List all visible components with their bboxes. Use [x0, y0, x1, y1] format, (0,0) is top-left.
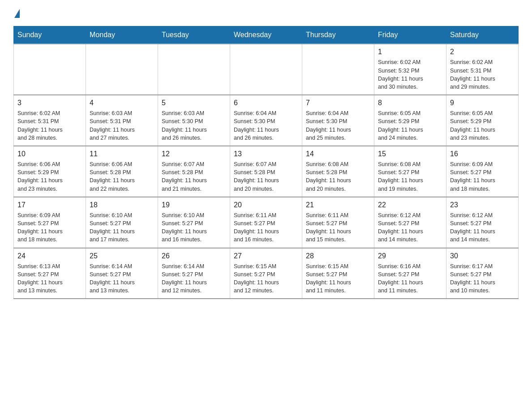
- week-row-2: 3Sunrise: 6:02 AMSunset: 5:31 PMDaylight…: [14, 95, 519, 146]
- weekday-header-row: SundayMondayTuesdayWednesdayThursdayFrid…: [14, 26, 519, 44]
- day-number: 6: [234, 98, 298, 108]
- calendar-cell: 24Sunrise: 6:13 AMSunset: 5:27 PMDayligh…: [14, 248, 86, 299]
- day-info: Sunrise: 6:09 AMSunset: 5:27 PMDaylight:…: [17, 211, 82, 244]
- day-info: Sunrise: 6:05 AMSunset: 5:29 PMDaylight:…: [378, 109, 442, 142]
- page-header: [13, 9, 519, 17]
- calendar-cell: [14, 44, 86, 95]
- weekday-header-tuesday: Tuesday: [158, 26, 230, 44]
- calendar-cell: 7Sunrise: 6:04 AMSunset: 5:30 PMDaylight…: [302, 95, 374, 146]
- day-number: 9: [450, 98, 515, 108]
- calendar-cell: 14Sunrise: 6:08 AMSunset: 5:28 PMDayligh…: [302, 146, 374, 197]
- day-number: 22: [378, 200, 442, 210]
- week-row-4: 17Sunrise: 6:09 AMSunset: 5:27 PMDayligh…: [14, 197, 519, 248]
- calendar-cell: 10Sunrise: 6:06 AMSunset: 5:29 PMDayligh…: [14, 146, 86, 197]
- calendar-cell: [302, 44, 374, 95]
- day-number: 29: [378, 251, 442, 261]
- day-number: 16: [450, 149, 515, 159]
- day-info: Sunrise: 6:04 AMSunset: 5:30 PMDaylight:…: [234, 109, 298, 142]
- calendar-cell: 11Sunrise: 6:06 AMSunset: 5:28 PMDayligh…: [86, 146, 158, 197]
- day-info: Sunrise: 6:04 AMSunset: 5:30 PMDaylight:…: [306, 109, 370, 142]
- weekday-header-friday: Friday: [374, 26, 446, 44]
- logo-triangle-icon: [14, 9, 20, 18]
- day-info: Sunrise: 6:15 AMSunset: 5:27 PMDaylight:…: [234, 262, 298, 295]
- day-number: 12: [162, 149, 226, 159]
- calendar-cell: 5Sunrise: 6:03 AMSunset: 5:30 PMDaylight…: [158, 95, 230, 146]
- day-info: Sunrise: 6:12 AMSunset: 5:27 PMDaylight:…: [450, 211, 515, 244]
- day-info: Sunrise: 6:14 AMSunset: 5:27 PMDaylight:…: [162, 262, 226, 295]
- day-number: 11: [90, 149, 154, 159]
- calendar-cell: 15Sunrise: 6:08 AMSunset: 5:27 PMDayligh…: [374, 146, 446, 197]
- day-info: Sunrise: 6:03 AMSunset: 5:30 PMDaylight:…: [162, 109, 226, 142]
- logo: [13, 9, 20, 17]
- calendar-cell: [158, 44, 230, 95]
- day-number: 10: [17, 149, 82, 159]
- day-info: Sunrise: 6:14 AMSunset: 5:27 PMDaylight:…: [90, 262, 154, 295]
- calendar-cell: 4Sunrise: 6:03 AMSunset: 5:31 PMDaylight…: [86, 95, 158, 146]
- day-number: 24: [17, 251, 82, 261]
- calendar-cell: 13Sunrise: 6:07 AMSunset: 5:28 PMDayligh…: [230, 146, 302, 197]
- day-info: Sunrise: 6:07 AMSunset: 5:28 PMDaylight:…: [234, 160, 298, 193]
- day-number: 30: [450, 251, 515, 261]
- day-info: Sunrise: 6:17 AMSunset: 5:27 PMDaylight:…: [450, 262, 515, 295]
- day-number: 4: [90, 98, 154, 108]
- day-info: Sunrise: 6:10 AMSunset: 5:27 PMDaylight:…: [162, 211, 226, 244]
- day-info: Sunrise: 6:08 AMSunset: 5:28 PMDaylight:…: [306, 160, 370, 193]
- day-info: Sunrise: 6:03 AMSunset: 5:31 PMDaylight:…: [90, 109, 154, 142]
- calendar-cell: 3Sunrise: 6:02 AMSunset: 5:31 PMDaylight…: [14, 95, 86, 146]
- calendar-cell: 16Sunrise: 6:09 AMSunset: 5:27 PMDayligh…: [446, 146, 519, 197]
- day-number: 20: [234, 200, 298, 210]
- calendar-cell: 21Sunrise: 6:11 AMSunset: 5:27 PMDayligh…: [302, 197, 374, 248]
- week-row-3: 10Sunrise: 6:06 AMSunset: 5:29 PMDayligh…: [14, 146, 519, 197]
- day-number: 23: [450, 200, 515, 210]
- day-info: Sunrise: 6:13 AMSunset: 5:27 PMDaylight:…: [17, 262, 82, 295]
- day-number: 14: [306, 149, 370, 159]
- day-info: Sunrise: 6:06 AMSunset: 5:29 PMDaylight:…: [17, 160, 82, 193]
- calendar-cell: [86, 44, 158, 95]
- calendar-cell: 18Sunrise: 6:10 AMSunset: 5:27 PMDayligh…: [86, 197, 158, 248]
- day-number: 18: [90, 200, 154, 210]
- day-info: Sunrise: 6:07 AMSunset: 5:28 PMDaylight:…: [162, 160, 226, 193]
- day-number: 3: [17, 98, 82, 108]
- week-row-1: 1Sunrise: 6:02 AMSunset: 5:32 PMDaylight…: [14, 44, 519, 95]
- calendar-cell: 6Sunrise: 6:04 AMSunset: 5:30 PMDaylight…: [230, 95, 302, 146]
- day-number: 21: [306, 200, 370, 210]
- day-number: 2: [450, 47, 515, 57]
- calendar-cell: 19Sunrise: 6:10 AMSunset: 5:27 PMDayligh…: [158, 197, 230, 248]
- calendar-cell: 8Sunrise: 6:05 AMSunset: 5:29 PMDaylight…: [374, 95, 446, 146]
- weekday-header-saturday: Saturday: [446, 26, 519, 44]
- calendar-table: SundayMondayTuesdayWednesdayThursdayFrid…: [13, 26, 519, 299]
- weekday-header-thursday: Thursday: [302, 26, 374, 44]
- calendar-cell: 25Sunrise: 6:14 AMSunset: 5:27 PMDayligh…: [86, 248, 158, 299]
- day-info: Sunrise: 6:02 AMSunset: 5:32 PMDaylight:…: [378, 58, 442, 91]
- day-number: 28: [306, 251, 370, 261]
- day-number: 1: [378, 47, 442, 57]
- day-info: Sunrise: 6:11 AMSunset: 5:27 PMDaylight:…: [306, 211, 370, 244]
- day-info: Sunrise: 6:12 AMSunset: 5:27 PMDaylight:…: [378, 211, 442, 244]
- calendar-cell: 26Sunrise: 6:14 AMSunset: 5:27 PMDayligh…: [158, 248, 230, 299]
- calendar-cell: 27Sunrise: 6:15 AMSunset: 5:27 PMDayligh…: [230, 248, 302, 299]
- day-number: 8: [378, 98, 442, 108]
- week-row-5: 24Sunrise: 6:13 AMSunset: 5:27 PMDayligh…: [14, 248, 519, 299]
- calendar-cell: 9Sunrise: 6:05 AMSunset: 5:29 PMDaylight…: [446, 95, 519, 146]
- calendar-cell: [230, 44, 302, 95]
- calendar-cell: 20Sunrise: 6:11 AMSunset: 5:27 PMDayligh…: [230, 197, 302, 248]
- day-number: 19: [162, 200, 226, 210]
- day-info: Sunrise: 6:11 AMSunset: 5:27 PMDaylight:…: [234, 211, 298, 244]
- weekday-header-wednesday: Wednesday: [230, 26, 302, 44]
- day-info: Sunrise: 6:08 AMSunset: 5:27 PMDaylight:…: [378, 160, 442, 193]
- calendar-cell: 17Sunrise: 6:09 AMSunset: 5:27 PMDayligh…: [14, 197, 86, 248]
- day-info: Sunrise: 6:05 AMSunset: 5:29 PMDaylight:…: [450, 109, 515, 142]
- day-info: Sunrise: 6:15 AMSunset: 5:27 PMDaylight:…: [306, 262, 370, 295]
- calendar-cell: 22Sunrise: 6:12 AMSunset: 5:27 PMDayligh…: [374, 197, 446, 248]
- day-info: Sunrise: 6:10 AMSunset: 5:27 PMDaylight:…: [90, 211, 154, 244]
- day-number: 7: [306, 98, 370, 108]
- calendar-cell: 30Sunrise: 6:17 AMSunset: 5:27 PMDayligh…: [446, 248, 519, 299]
- day-number: 17: [17, 200, 82, 210]
- day-number: 26: [162, 251, 226, 261]
- day-number: 5: [162, 98, 226, 108]
- day-number: 27: [234, 251, 298, 261]
- day-info: Sunrise: 6:02 AMSunset: 5:31 PMDaylight:…: [17, 109, 82, 142]
- day-info: Sunrise: 6:06 AMSunset: 5:28 PMDaylight:…: [90, 160, 154, 193]
- weekday-header-sunday: Sunday: [14, 26, 86, 44]
- calendar-cell: 2Sunrise: 6:02 AMSunset: 5:31 PMDaylight…: [446, 44, 519, 95]
